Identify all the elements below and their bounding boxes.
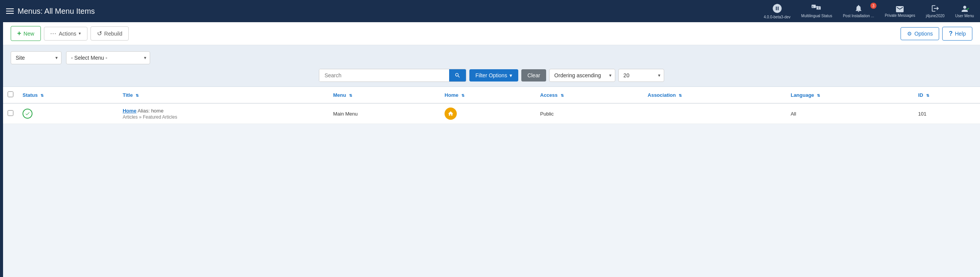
chevron-down-icon: ▾: [509, 72, 512, 78]
sort-icon: ⇅: [561, 94, 564, 98]
checkmark-icon: [25, 111, 30, 116]
help-label: Help: [955, 31, 966, 37]
private-messages-icon[interactable]: Private Messages: [885, 5, 915, 18]
association-cell: [643, 103, 786, 124]
table-row: Home Alias: home Articles » Featured Art…: [3, 103, 980, 124]
multilingual-label: Multilingual Status: [801, 14, 832, 18]
id-cell: 101: [914, 103, 980, 124]
search-icon: [454, 72, 461, 78]
status-col-header[interactable]: Status ⇅: [18, 87, 118, 103]
search-input-wrapper: [319, 69, 466, 82]
options-label: Options: [914, 31, 933, 37]
language-cell: All: [786, 103, 914, 124]
sort-icon: ⇅: [817, 94, 820, 98]
site-select-wrapper: Site Administrator ▾: [11, 51, 61, 64]
post-installation-icon[interactable]: 3 Post Installation ...: [843, 4, 874, 18]
title-cell: Home Alias: home Articles » Featured Art…: [118, 103, 328, 124]
hamburger-menu-icon[interactable]: [6, 8, 14, 14]
published-status-icon[interactable]: [23, 109, 32, 119]
count-select[interactable]: 5 10 15 20 25 50 100: [618, 69, 664, 82]
topbar: Menus: All Menu Items 4.0.0-beta3-dev A …: [0, 0, 980, 22]
page-heading: Menus: All Menu Items: [18, 7, 95, 16]
sidebar: [0, 22, 3, 277]
content-area: Status ⇅ Title ⇅ Menu ⇅ Home ⇅: [3, 87, 980, 124]
filter-bar: Site Administrator ▾ - Select Menu - ▾: [3, 45, 980, 87]
menu-cell: Main Menu: [328, 103, 440, 124]
row-checkbox-cell: [3, 103, 18, 124]
count-select-wrapper: 5 10 15 20 25 50 100 ▾: [618, 69, 664, 82]
select-all-col: [3, 87, 18, 103]
menu-col-header[interactable]: Menu ⇅: [328, 87, 440, 103]
user-menu-icon[interactable]: User Menu: [955, 4, 974, 18]
id-value: 101: [918, 111, 927, 117]
select-all-checkbox[interactable]: [8, 91, 13, 97]
dots-icon: ···: [50, 30, 57, 37]
search-input[interactable]: [319, 69, 449, 81]
toolbar: + New ··· Actions ▾ ↺ Rebuild ⚙ Options: [3, 22, 980, 45]
rebuild-label: Rebuild: [104, 31, 122, 37]
notification-badge: 3: [870, 3, 877, 9]
sort-icon: ⇅: [926, 94, 929, 98]
sort-icon: ⇅: [461, 94, 464, 98]
chevron-down-icon: ▾: [79, 31, 81, 36]
ordering-select[interactable]: Ordering ascending: [549, 69, 615, 82]
sort-icon: ⇅: [136, 94, 139, 98]
sort-icon: ⇅: [679, 94, 682, 98]
post-installation-label: Post Installation ...: [843, 14, 874, 18]
version-label: 4.0.0-beta3-dev: [764, 15, 791, 19]
filter-options-button[interactable]: Filter Options ▾: [469, 69, 518, 81]
item-subtitle: Articles » Featured Articles: [123, 114, 324, 120]
j4june-label: j4june2020: [926, 14, 944, 18]
help-button[interactable]: ? Help: [942, 27, 972, 41]
page-title: Menus: All Menu Items: [6, 7, 95, 16]
sort-icon: ⇅: [349, 94, 352, 98]
multilingual-status-icon[interactable]: A 文 ⇄ Multilingual Status: [801, 4, 832, 18]
actions-label: Actions: [59, 31, 76, 37]
menu-select[interactable]: - Select Menu -: [66, 51, 150, 64]
svg-text:A: A: [812, 5, 814, 8]
menu-select-wrapper: - Select Menu - ▾: [66, 51, 150, 64]
gear-icon: ⚙: [907, 31, 912, 37]
refresh-icon: ↺: [97, 30, 102, 37]
ordering-select-wrapper: Ordering ascending ▾: [549, 69, 615, 82]
home-icon[interactable]: [445, 108, 457, 120]
house-icon: [448, 111, 454, 117]
status-cell: [18, 103, 118, 124]
toolbar-right: ⚙ Options ? Help: [901, 27, 972, 41]
new-label: New: [24, 31, 34, 37]
new-button[interactable]: + New: [11, 26, 41, 41]
access-value: Public: [540, 111, 553, 117]
home-cell: [440, 103, 535, 124]
actions-button[interactable]: ··· Actions ▾: [44, 27, 87, 41]
language-col-header[interactable]: Language ⇅: [786, 87, 914, 103]
filter-row-search: Filter Options ▾ Clear Ordering ascendin…: [11, 69, 972, 82]
title-col-header[interactable]: Title ⇅: [118, 87, 328, 103]
logout-icon[interactable]: j4june2020: [926, 4, 944, 18]
topbar-icons: 4.0.0-beta3-dev A 文 ⇄ Multilingual Statu…: [764, 3, 974, 19]
clear-label: Clear: [527, 72, 540, 78]
language-value: All: [791, 111, 796, 117]
filter-row-dropdowns: Site Administrator ▾ - Select Menu - ▾: [11, 51, 972, 64]
clear-button[interactable]: Clear: [521, 69, 546, 81]
messages-label: Private Messages: [885, 13, 915, 18]
association-col-header[interactable]: Association ⇅: [643, 87, 786, 103]
options-button[interactable]: ⚙ Options: [901, 27, 939, 40]
joomla-version-icon[interactable]: 4.0.0-beta3-dev: [764, 3, 791, 19]
toolbar-left: + New ··· Actions ▾ ↺ Rebuild: [11, 26, 129, 41]
row-checkbox[interactable]: [8, 110, 13, 116]
help-icon: ?: [949, 30, 953, 37]
site-select[interactable]: Site Administrator: [11, 51, 61, 64]
search-button[interactable]: [449, 69, 466, 81]
id-col-header[interactable]: ID ⇅: [914, 87, 980, 103]
svg-text:⇄: ⇄: [815, 5, 818, 8]
rebuild-button[interactable]: ↺ Rebuild: [91, 26, 129, 41]
menu-items-table: Status ⇅ Title ⇅ Menu ⇅ Home ⇅: [3, 87, 980, 124]
item-title-link[interactable]: Home: [123, 108, 136, 114]
sort-icon: ⇅: [40, 94, 44, 98]
plus-icon: +: [17, 29, 21, 37]
home-col-header[interactable]: Home ⇅: [440, 87, 535, 103]
access-cell: Public: [535, 103, 643, 124]
menu-value: Main Menu: [333, 111, 357, 117]
user-menu-label: User Menu: [955, 14, 974, 18]
access-col-header[interactable]: Access ⇅: [535, 87, 643, 103]
